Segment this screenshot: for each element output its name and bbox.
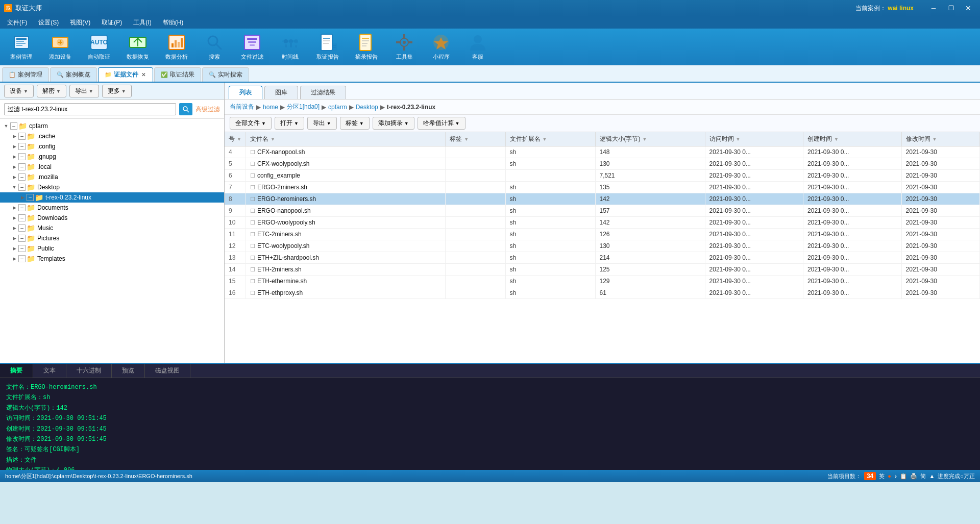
all-files-button[interactable]: 全部文件 ▼	[230, 117, 272, 130]
toolbar-miniapp[interactable]: 小程序	[427, 31, 455, 63]
toolbar-file-filter[interactable]: 文件过滤	[237, 31, 267, 63]
more-button[interactable]: 更多 ▼	[102, 85, 132, 97]
toolbar-data-analysis[interactable]: 数据分析	[161, 31, 192, 63]
hash-calc-button[interactable]: 哈希值计算 ▼	[418, 117, 465, 130]
check-icon[interactable]: ─	[10, 122, 17, 130]
menu-cert[interactable]: 取证(P)	[96, 17, 127, 28]
tree-node-downloads[interactable]: ▶ ─ 📁 Downloads	[0, 213, 224, 223]
tree-node-templates[interactable]: ▶ ─ 📁 Templates	[0, 254, 224, 264]
tab-case-mgmt[interactable]: 📋 案例管理	[2, 67, 49, 82]
check-icon[interactable]: ─	[18, 224, 26, 232]
tree-node-config[interactable]: ▶ ─ 📁 .config	[0, 141, 224, 152]
cell-tag	[446, 240, 505, 252]
open-button[interactable]: 打开 ▼	[275, 117, 304, 130]
check-icon[interactable]: ─	[18, 245, 26, 252]
check-icon[interactable]: ─	[27, 194, 34, 201]
check-icon[interactable]: ─	[18, 143, 26, 150]
table-row[interactable]: 13 ☐ETH+ZIL-shardpool.sh sh 214 2021-09-…	[225, 252, 980, 264]
tab-case-mgmt-label: 案例管理	[18, 70, 42, 79]
breadcrumb-device[interactable]: 当前设备	[230, 103, 254, 111]
check-icon[interactable]: ─	[18, 133, 26, 140]
toolbar-customer[interactable]: 客服	[463, 31, 492, 63]
breadcrumb-cpfarm[interactable]: cpfarm	[328, 104, 347, 111]
table-row[interactable]: 11 ☐ETC-2miners.sh sh 126 2021-09-30 0..…	[225, 229, 980, 240]
menu-settings[interactable]: 设置(S)	[33, 17, 64, 28]
toolbar-extract-report[interactable]: 摘录报告	[351, 31, 382, 63]
detail-tab-hex[interactable]: 十六进制	[66, 364, 112, 378]
tree-node-public[interactable]: ▶ ─ 📁 Public	[0, 243, 224, 254]
table-row[interactable]: 8 ☐ERGO-herominers.sh sh 142 2021-09-30 …	[225, 193, 980, 205]
toolbar-timeline[interactable]: 时间线	[276, 31, 304, 63]
restore-button[interactable]: ❐	[943, 3, 959, 13]
decrypt-button[interactable]: 解密 ▼	[37, 85, 66, 97]
subtab-list[interactable]: 列表	[229, 86, 262, 99]
advanced-filter-button[interactable]: 高级过滤	[195, 105, 220, 114]
table-row[interactable]: 12 ☐ETC-woolypooly.sh sh 130 2021-09-30 …	[225, 240, 980, 252]
device-button[interactable]: 设备 ▼	[4, 85, 34, 97]
detail-tab-diskview[interactable]: 磁盘视图	[145, 364, 190, 378]
export-button[interactable]: 导出 ▼	[69, 85, 99, 97]
menu-help[interactable]: 帮助(H)	[158, 17, 189, 28]
check-icon[interactable]: ─	[18, 204, 26, 211]
tab-cert-result[interactable]: ✅ 取证结果	[154, 67, 201, 82]
toolbar-cert-report[interactable]: 取证报告	[312, 31, 343, 63]
close-button[interactable]: ✕	[961, 3, 976, 13]
tree-node-desktop[interactable]: ▼ ─ 📁 Desktop	[0, 182, 224, 192]
table-row[interactable]: 14 ☐ETH-2miners.sh sh 125 2021-09-30 0..…	[225, 264, 980, 276]
menu-view[interactable]: 视图(V)	[65, 17, 95, 28]
tree-node-music[interactable]: ▶ ─ 📁 Music	[0, 223, 224, 233]
tree-node-pictures[interactable]: ▶ ─ 📁 Pictures	[0, 233, 224, 243]
breadcrumb-home[interactable]: home	[263, 104, 278, 111]
table-row[interactable]: 7 ☐ERGO-2miners.sh sh 135 2021-09-30 0..…	[225, 182, 980, 193]
toolbar-case-mgmt[interactable]: 案例管理	[6, 31, 37, 63]
menu-file[interactable]: 文件(F)	[2, 17, 32, 28]
detail-tab-summary[interactable]: 摘要	[0, 364, 33, 378]
tab-evidence-file[interactable]: 📁 证据文件 ✕	[98, 67, 153, 82]
tab-case-overview[interactable]: 🔍 案例概览	[50, 67, 97, 82]
add-extract-button[interactable]: 添加摘录 ▼	[373, 117, 414, 130]
tag-button[interactable]: 标签 ▼	[340, 117, 370, 130]
export-file-button[interactable]: 导出 ▼	[307, 117, 337, 130]
cell-modified: 2021-09-30	[901, 264, 979, 276]
tree-node-cpfarm[interactable]: ▼ ─ 📁 cpfarm	[0, 121, 224, 131]
toolbar-data-restore[interactable]: 数据恢复	[122, 31, 153, 63]
search-input[interactable]	[4, 103, 176, 115]
minimize-button[interactable]: ─	[926, 3, 941, 13]
detail-tab-text[interactable]: 文本	[33, 364, 66, 378]
table-row[interactable]: 9 ☐ERGO-nanopool.sh sh 157 2021-09-30 0.…	[225, 205, 980, 217]
tree-node-mozilla[interactable]: ▶ ─ 📁 .mozilla	[0, 172, 224, 182]
folder-icon: 📁	[27, 132, 35, 140]
breadcrumb-partition[interactable]: 分区1[hda0]	[287, 103, 320, 111]
table-row[interactable]: 16 ☐ETH-ethproxy.sh sh 61 2021-09-30 0..…	[225, 287, 980, 299]
table-row[interactable]: 5 ☐CFX-woolypooly.sh sh 130 2021-09-30 0…	[225, 158, 980, 170]
check-icon[interactable]: ─	[18, 235, 26, 242]
tree-node-documents[interactable]: ▶ ─ 📁 Documents	[0, 203, 224, 213]
toolbar-auto-cert[interactable]: AUTO 自动取证	[84, 31, 114, 63]
tree-node-t-rex[interactable]: ▶ ─ 📁 t-rex-0.23.2-linux	[0, 192, 224, 203]
toolbar-toolset[interactable]: 工具集	[390, 31, 419, 63]
toolbar-add-device[interactable]: 添加设备	[45, 31, 76, 63]
check-icon[interactable]: ─	[18, 184, 26, 191]
tree-node-local[interactable]: ▶ ─ 📁 .local	[0, 162, 224, 172]
table-row[interactable]: 4 ☐CFX-nanopool.sh sh 148 2021-09-30 0..…	[225, 146, 980, 158]
breadcrumb-desktop[interactable]: Desktop	[356, 104, 378, 111]
check-icon[interactable]: ─	[18, 153, 26, 160]
tab-evidence-close[interactable]: ✕	[140, 71, 146, 78]
tree-node-cache[interactable]: ▶ ─ 📁 .cache	[0, 131, 224, 141]
menu-tools[interactable]: 工具(I)	[128, 17, 156, 28]
toolbar-search[interactable]: 搜索	[200, 31, 229, 63]
tab-realtime-search[interactable]: 🔍 实时搜索	[202, 67, 249, 82]
table-row[interactable]: 6 ☐config_example 7,521 2021-09-30 0... …	[225, 170, 980, 182]
table-row[interactable]: 10 ☐ERGO-woolypooly.sh sh 142 2021-09-30…	[225, 217, 980, 229]
search-button[interactable]	[179, 103, 192, 115]
check-icon[interactable]: ─	[18, 163, 26, 170]
check-icon[interactable]: ─	[18, 255, 26, 262]
check-icon[interactable]: ─	[18, 173, 26, 181]
file-type-icon: ☐	[250, 278, 255, 284]
check-icon[interactable]: ─	[18, 214, 26, 221]
subtab-gallery[interactable]: 图库	[264, 86, 298, 99]
subtab-filter-result[interactable]: 过滤结果	[300, 86, 346, 99]
table-row[interactable]: 15 ☐ETH-ethermine.sh sh 129 2021-09-30 0…	[225, 276, 980, 287]
detail-tab-preview[interactable]: 预览	[112, 364, 145, 378]
tree-node-gnupg[interactable]: ▶ ─ 📁 .gnupg	[0, 152, 224, 162]
